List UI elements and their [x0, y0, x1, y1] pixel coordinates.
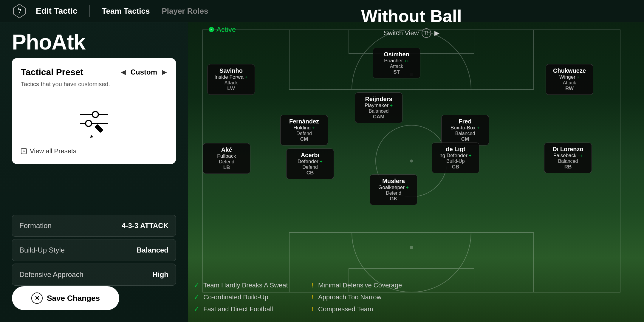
without-ball-title: Without Ball [361, 6, 462, 26]
player-pos-savinho: LW [212, 86, 250, 92]
player-pos-reijnders: CAM [359, 114, 398, 120]
player-card-fernandez[interactable]: Fernández Holding+ Defend CM [280, 115, 328, 145]
preset-icon-area [21, 97, 167, 144]
warning-icon-1: ! [312, 281, 314, 289]
feedback-item-4: ! Minimal Defensive Coverage [312, 281, 402, 289]
player-name-chukwueze: Chukwueze [550, 67, 589, 74]
defensive-label: Defensive Approach [19, 270, 83, 279]
svg-point-17 [410, 246, 413, 249]
preset-card: Tactical Preset ◀ Custom ▶ Tactics that … [12, 58, 176, 164]
player-card-acerbi[interactable]: Acerbi Defender+ Defend CB [286, 148, 334, 179]
feedback-item-6: ! Compressed Team [312, 305, 402, 313]
feedback-text-5: Approach Too Narrow [318, 293, 381, 301]
save-button-label: Save Changes [47, 294, 100, 303]
player-style-di-lorenzo: Balanced [549, 159, 587, 164]
player-name-acerbi: Acerbi [291, 152, 329, 159]
active-badge: ✓ Active [209, 25, 236, 34]
player-pos-muslera: GK [374, 196, 413, 202]
nav-team-tactics[interactable]: Team Tactics [102, 7, 150, 16]
feedback-text-1: Team Hardly Breaks A Sweat [203, 281, 288, 289]
tactic-name: PhoAtk [12, 30, 85, 54]
save-changes-button[interactable]: ✕ Save Changes [12, 286, 119, 310]
player-name-reijnders: Reijnders [359, 96, 398, 103]
player-name-ake: Aké [207, 146, 246, 153]
player-style-reijnders: Balanced [359, 109, 398, 114]
preset-description: Tactics that you have customised. [21, 81, 167, 88]
svg-marker-1 [18, 6, 21, 15]
svg-marker-7 [90, 135, 93, 138]
player-role-fernandez: Holding+ [285, 125, 323, 131]
r-button-icon: R [422, 28, 431, 38]
preset-prev-arrow[interactable]: ◀ [121, 68, 126, 76]
feedback-item-5: ! Approach Too Narrow [312, 293, 402, 301]
feedback-item-3: ✓ Fast and Direct Football [194, 305, 288, 313]
player-role-de-ligt: ng Defender+ [436, 153, 475, 159]
pitch-container: Without Ball Switch View R ▶ ✓ Active Os… [179, 0, 644, 322]
svg-point-5 [86, 120, 92, 126]
player-name-savinho: Savinho [212, 67, 250, 74]
player-style-acerbi: Defend [291, 165, 329, 170]
negative-feedback: ! Minimal Defensive Coverage ! Approach … [312, 281, 402, 313]
player-style-de-ligt: Build-Up [436, 159, 475, 164]
preset-next-arrow[interactable]: ▶ [162, 68, 167, 76]
player-card-reijnders[interactable]: Reijnders Playmaker+ Balanced CAM [355, 92, 402, 123]
active-text: Active [216, 25, 236, 34]
nav-player-roles[interactable]: Player Roles [162, 7, 208, 16]
svg-rect-6 [95, 124, 103, 133]
formation-value: 4-3-3 ATTACK [122, 222, 168, 230]
view-presets-button[interactable]: △ View all Presets [21, 147, 167, 155]
svg-point-3 [92, 112, 98, 117]
save-close-icon: ✕ [31, 292, 43, 304]
feedback-section: ✓ Team Hardly Breaks A Sweat ✓ Co-ordina… [194, 281, 402, 313]
player-role-ake: Fullback [207, 153, 246, 159]
feedback-item-2: ✓ Co-ordinated Build-Up [194, 293, 288, 301]
player-name-fernandez: Fernández [285, 118, 323, 125]
feedback-text-3: Fast and Direct Football [203, 305, 273, 313]
player-style-fred: Balanced [446, 131, 484, 136]
view-presets-label: View all Presets [30, 147, 76, 155]
formation-label: Formation [19, 222, 52, 230]
player-card-di-lorenzo[interactable]: Di Lorenzo Falseback++ Balanced RB [544, 143, 592, 173]
player-style-chukwueze: Attack [550, 80, 589, 86]
player-card-chukwueze[interactable]: Chukwueze Winger+ Attack RW [546, 64, 593, 95]
warning-icon-3: ! [312, 305, 314, 313]
player-style-ake: Defend [207, 159, 246, 165]
defensive-value: High [153, 270, 168, 279]
player-pos-chukwueze: RW [550, 86, 589, 92]
warning-icon-2: ! [312, 293, 314, 301]
stat-row-defensive[interactable]: Defensive Approach High [12, 264, 176, 286]
switch-arrow: ▶ [434, 29, 439, 37]
buildup-label: Build-Up Style [19, 246, 65, 254]
player-name-muslera: Muslera [374, 178, 413, 185]
stat-row-formation[interactable]: Formation 4-3-3 ATTACK [12, 215, 176, 237]
player-pos-fernandez: CM [285, 136, 323, 142]
switch-view[interactable]: Switch View R ▶ [383, 28, 439, 38]
svg-marker-0 [13, 4, 25, 18]
player-role-acerbi: Defender+ [291, 159, 329, 165]
player-role-di-lorenzo: Falseback++ [549, 153, 587, 159]
checkmark-icon-2: ✓ [194, 293, 199, 301]
player-role-muslera: Goalkeeper+ [374, 185, 413, 191]
player-name-di-lorenzo: Di Lorenzo [549, 146, 587, 153]
player-style-savinho: Attack [212, 80, 250, 86]
player-pos-de-ligt: CB [436, 164, 475, 170]
header-divider [89, 5, 90, 17]
player-card-savinho[interactable]: Savinho Inside Forwa+ Attack LW [207, 64, 255, 95]
header: Edit Tactic Team Tactics Player Roles [0, 0, 644, 22]
player-role-savinho: Inside Forwa+ [212, 74, 250, 80]
switch-view-label: Switch View [383, 29, 419, 37]
stat-row-buildup[interactable]: Build-Up Style Balanced [12, 239, 176, 261]
player-card-de-ligt[interactable]: de Ligt ng Defender+ Build-Up CB [432, 143, 479, 173]
player-card-muslera[interactable]: Muslera Goalkeeper+ Defend GK [370, 174, 417, 205]
triangle-icon: △ [21, 148, 27, 154]
buildup-value: Balanced [137, 246, 168, 254]
feedback-item-1: ✓ Team Hardly Breaks A Sweat [194, 281, 288, 289]
player-card-osimhen[interactable]: Osimhen Poacher++ Attack ST [373, 48, 420, 78]
player-card-ake[interactable]: Aké Fullback Defend LB [203, 143, 250, 174]
feedback-text-2: Co-ordinated Build-Up [203, 293, 268, 301]
stats-section: Formation 4-3-3 ATTACK Build-Up Style Ba… [12, 215, 176, 288]
player-pos-acerbi: CB [291, 170, 329, 176]
player-style-fernandez: Defend [285, 131, 323, 136]
player-style-muslera: Defend [374, 191, 413, 196]
player-card-fred[interactable]: Fred Box-to-Box+ Balanced CM [441, 115, 489, 145]
